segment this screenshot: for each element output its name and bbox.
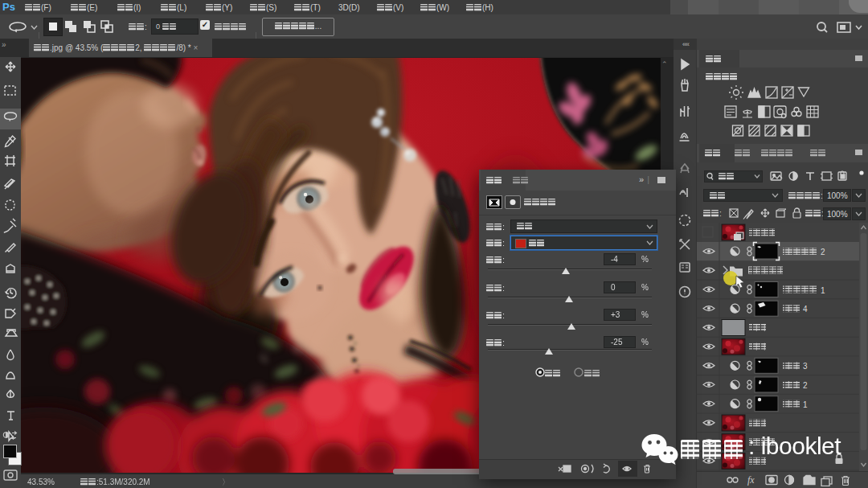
svg-text:1: 1 (821, 286, 825, 295)
svg-text:1: 1 (803, 400, 808, 409)
svg-text:2: 2 (803, 381, 808, 390)
svg-text:3: 3 (803, 362, 808, 371)
svg-text:2: 2 (821, 248, 825, 256)
svg-text:4: 4 (803, 305, 808, 314)
svg-text:fx: fx (747, 474, 755, 486)
